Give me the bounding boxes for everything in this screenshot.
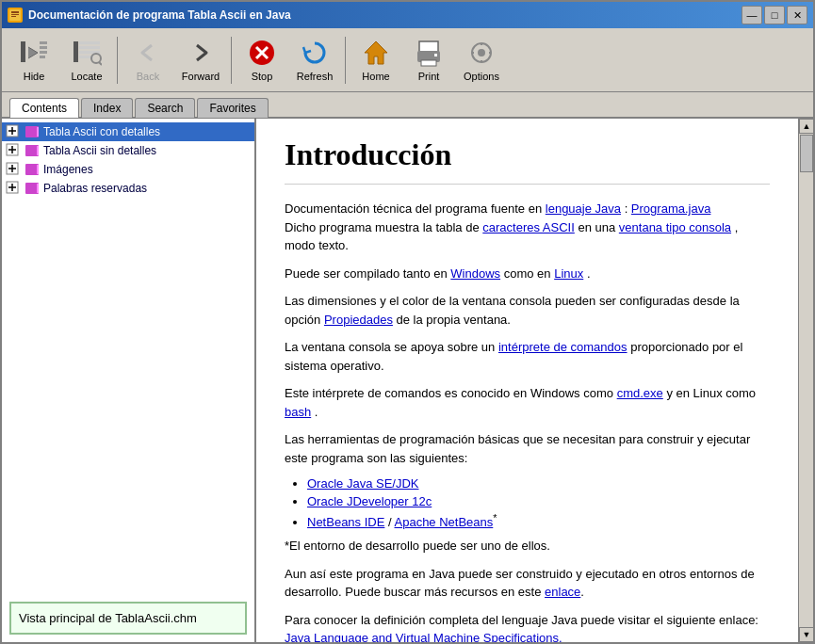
link-caracteres-ascii[interactable]: caracteres ASCII xyxy=(482,220,575,234)
tree-item-1[interactable]: Tabla Ascii con detalles xyxy=(2,122,254,141)
link-ventana-consola[interactable]: ventana tipo consola xyxy=(619,220,731,234)
maximize-button[interactable]: □ xyxy=(764,6,785,24)
minimize-button[interactable]: — xyxy=(742,6,762,24)
tree-item-4[interactable]: Palabras reservadas xyxy=(2,179,254,198)
toolbar: Hide Locate xyxy=(2,28,813,92)
content-heading: Introducción xyxy=(285,137,770,172)
tree-expander-2 xyxy=(6,143,21,158)
svg-rect-9 xyxy=(40,56,45,58)
svg-rect-1 xyxy=(11,11,19,13)
content-area[interactable]: Introducción Documentación técnica del p… xyxy=(256,119,798,642)
list-item-1: Oracle Java SE/JDK xyxy=(307,476,770,491)
link-apache-netbeans[interactable]: Apache NetBeans xyxy=(395,515,494,529)
tools-list: Oracle Java SE/JDK Oracle JDeveloper 12c… xyxy=(307,476,770,529)
sidebar-note: Vista principal de TablaAscii.chm xyxy=(9,602,247,635)
link-linux[interactable]: Linux xyxy=(554,266,583,281)
home-button[interactable]: Home xyxy=(351,33,400,88)
locate-icon xyxy=(72,38,102,68)
tree-label-4: Palabras reservadas xyxy=(43,182,147,195)
close-button[interactable]: ✕ xyxy=(787,6,807,24)
link-cmd[interactable]: cmd.exe xyxy=(617,386,663,400)
back-button[interactable]: Back xyxy=(123,33,172,88)
scroll-up-button[interactable]: ▲ xyxy=(799,119,813,134)
refresh-icon xyxy=(300,38,330,68)
svg-rect-49 xyxy=(25,183,39,194)
paragraph-7: *El entorno de desarrollo puede ser uno … xyxy=(285,537,770,555)
forward-icon xyxy=(186,38,216,68)
back-label: Back xyxy=(137,71,159,82)
options-icon xyxy=(466,38,497,68)
tab-search[interactable]: Search xyxy=(135,98,195,118)
paragraph-5: Este intérprete de comandos es conocido … xyxy=(285,384,770,421)
link-bash[interactable]: bash xyxy=(285,405,311,419)
svg-rect-7 xyxy=(40,46,47,49)
tree-label-1: Tabla Ascii con detalles xyxy=(43,125,160,138)
scrollbar-thumb[interactable] xyxy=(800,135,813,172)
forward-button[interactable]: Forward xyxy=(176,33,225,88)
refresh-button[interactable]: Refresh xyxy=(290,33,339,88)
paragraph-9: Para conocer la definición completa del … xyxy=(285,611,770,642)
link-enlace[interactable]: enlace xyxy=(545,585,580,599)
tree-icon-1 xyxy=(24,124,40,139)
sidebar: Tabla Ascii con detalles Tabla Ascii sin… xyxy=(2,119,256,642)
stop-icon xyxy=(247,38,277,68)
tab-bar: Contents Index Search Favorites xyxy=(2,92,813,119)
options-button[interactable]: Options xyxy=(457,33,506,88)
svg-marker-20 xyxy=(365,41,387,64)
link-propiedades[interactable]: Propiedades xyxy=(324,313,393,327)
sidebar-tree: Tabla Ascii con detalles Tabla Ascii sin… xyxy=(2,119,254,594)
svg-rect-44 xyxy=(25,164,39,175)
svg-rect-50 xyxy=(37,184,39,193)
hide-label: Hide xyxy=(24,71,45,82)
svg-rect-2 xyxy=(11,14,19,15)
svg-rect-23 xyxy=(421,60,436,66)
link-windows[interactable]: Windows xyxy=(450,266,500,281)
link-netbeans-ide[interactable]: NetBeans IDE xyxy=(307,515,384,529)
hide-button[interactable]: Hide xyxy=(9,33,58,88)
tab-index[interactable]: Index xyxy=(81,98,133,118)
tree-label-3: Imágenes xyxy=(43,163,93,176)
link-jdeveloper[interactable]: Oracle JDeveloper 12c xyxy=(307,494,432,508)
stop-button[interactable]: Stop xyxy=(237,33,286,88)
window-controls: — □ ✕ xyxy=(742,6,807,24)
tab-contents[interactable]: Contents xyxy=(9,98,79,118)
options-label: Options xyxy=(464,71,499,82)
scroll-down-button[interactable]: ▼ xyxy=(799,627,813,642)
tree-expander-1 xyxy=(6,124,21,139)
link-interprete[interactable]: intérprete de comandos xyxy=(498,340,628,354)
tab-favorites[interactable]: Favorites xyxy=(197,98,268,118)
refresh-label: Refresh xyxy=(297,71,334,82)
svg-rect-3 xyxy=(11,16,16,17)
svg-rect-8 xyxy=(40,51,47,54)
svg-rect-12 xyxy=(79,46,100,49)
paragraph-1: Documentación técnica del programa fuent… xyxy=(285,200,770,255)
link-oracle-jdk[interactable]: Oracle Java SE/JDK xyxy=(307,476,419,491)
tree-icon-3 xyxy=(24,162,40,177)
scrollbar-track-space xyxy=(799,173,813,627)
tree-item-2[interactable]: Tabla Ascii sin detalles xyxy=(2,141,254,160)
tree-item-3[interactable]: Imágenes xyxy=(2,160,254,179)
tree-expander-4 xyxy=(6,181,21,196)
tree-icon-4 xyxy=(24,181,40,196)
print-button[interactable]: Print xyxy=(404,33,453,88)
link-lenguaje-java[interactable]: lenguaje Java xyxy=(546,201,621,216)
svg-rect-5 xyxy=(21,41,25,62)
window-title: Documentación de programa Tabla Ascii en… xyxy=(28,8,736,22)
main-area: Tabla Ascii con detalles Tabla Ascii sin… xyxy=(2,119,813,642)
separator-1 xyxy=(117,37,118,84)
locate-button[interactable]: Locate xyxy=(62,33,111,88)
paragraph-6: Las herramientas de programación básicas… xyxy=(285,430,770,467)
link-jvm-specs[interactable]: Java Language and Virtual Machine Specif… xyxy=(285,631,562,642)
separator-2 xyxy=(231,37,232,84)
paragraph-3: Las dimensiones y el color de la ventana… xyxy=(285,292,770,329)
locate-label: Locate xyxy=(71,71,102,82)
hide-icon xyxy=(19,38,49,68)
main-window: Documentación de programa Tabla Ascii en… xyxy=(0,0,815,644)
stop-label: Stop xyxy=(252,71,273,82)
paragraph-4: La ventana consola se apoya sobre un int… xyxy=(285,338,770,375)
svg-rect-35 xyxy=(37,127,39,137)
home-icon xyxy=(361,38,391,68)
link-programa-java[interactable]: Programa.java xyxy=(631,201,711,216)
list-item-2: Oracle JDeveloper 12c xyxy=(307,494,770,508)
svg-rect-34 xyxy=(25,126,39,137)
